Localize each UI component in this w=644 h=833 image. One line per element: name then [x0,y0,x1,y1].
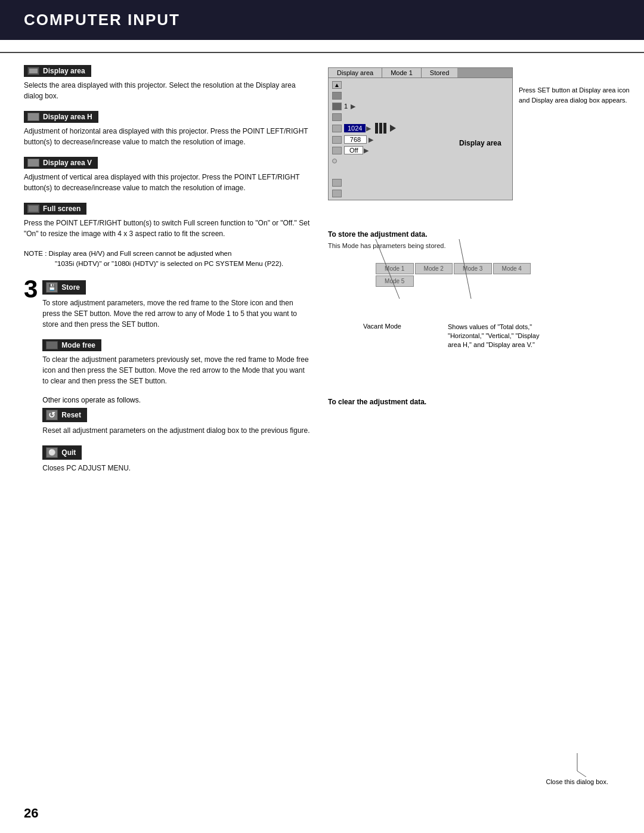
bar-indicator [375,123,386,134]
full-screen-label-box: Full screen [24,203,86,215]
bar1 [375,123,378,134]
note-text: Display area (H/V) and Full screen canno… [49,250,232,257]
callout-display-area: Press SET button at Display area icon an… [519,85,638,105]
bar2 [379,123,382,134]
dialog-icon4 [332,125,342,132]
display-area-label-box: Display area [24,65,91,77]
store-label: Store [61,283,80,292]
dialog-row-spacer [331,166,510,177]
close-dialog-label-container: Close this dialog box. [546,753,608,785]
callout-display-area-text: Press SET button at Display area icon an… [519,86,630,104]
display-area-v-label: Display area V [43,159,92,167]
display-area-h-label-box: Display area H [24,111,98,123]
quit-text: Closes PC ADJUST MENU. [42,463,310,473]
full-screen-section: Full screen Press the POINT LEFT/RIGHT b… [24,203,310,239]
large-arrow-right [390,125,396,132]
dialog-tab-display-area: Display area [329,68,382,78]
stored-values-label: Shows values of "Total dots," "Horizonta… [448,323,543,350]
store-subtitle: This Mode has parameters being stored. [328,241,566,251]
step-number: 3 [24,277,38,302]
quit-label-box: ⚪ Quit [42,445,82,460]
mode-free-label: Mode free [61,341,95,349]
up-icon: ▲ [332,81,342,89]
display-area-text: Selects the area displayed with this pro… [24,80,310,101]
dialog-tab-mode1: Mode 1 [382,68,422,78]
note-block: NOTE : Display area (H/V) and Full scree… [24,249,310,270]
svg-line-3 [577,771,586,777]
store-section: 💾 Store To store adjustment parameters, … [42,280,310,330]
full-screen-label: Full screen [43,205,80,213]
step3-container: 3 💾 Store To store adjustment parameters… [24,280,310,483]
display-area-v-label-box: Display area V [24,157,98,169]
store-icon: 💾 [46,282,58,293]
mode-grid-container: Mode 1 Mode 2 Mode 3 Mode 4 Mode 5 Vacan… [340,263,566,350]
dialog-title-bar: Display area Mode 1 Stored [329,68,512,78]
main-content: Display area Selects the area displayed … [0,65,644,485]
note-prefix: NOTE : [24,250,49,257]
display-area-bold-text: Display area [459,139,501,147]
dialog-row-number: 1 ▶ [331,101,510,112]
reset-text: Reset all adjustment parameters on the a… [42,425,310,436]
step3-row: 3 💾 Store To store adjustment parameters… [24,280,310,483]
mode-box-4: Mode 4 [493,263,531,274]
store-section-right: To store the adjustment data. This Mode … [328,230,566,350]
clear-title: To clear the adjustment data. [328,398,566,406]
dialog-icon1 [332,92,342,100]
display-area-v-section: Display area V Adjustment of vertical ar… [24,157,310,193]
right-arrow-1024: ▶ [366,125,371,132]
display-area-bold-label: Display area [459,139,501,147]
reset-label: Reset [61,411,81,419]
display-area-dialog: Display area Mode 1 Stored ▲ [328,67,513,200]
display-area-h-label: Display area H [43,113,92,121]
bar3 [383,123,386,134]
other-icons-text: Other icons operate as follows. [42,396,310,404]
left-column: Display area Selects the area displayed … [24,65,310,485]
display-area-h-section: Display area H Adjustment of horizontal … [24,111,310,147]
mode-box-5: Mode 5 [376,275,414,287]
display-area-label: Display area [43,67,85,75]
display-area-section: Display area Selects the area displayed … [24,65,310,101]
dialog-row-icon8 [331,177,510,188]
display-area-v-icon [27,159,39,167]
page-number: 26 [24,806,38,821]
right-arrow-768: ▶ [369,136,373,144]
dialog-icon7 [332,159,337,163]
vacant-mode-label: Vacant Mode [363,323,401,350]
mode-free-text: To clear the adjustment parameters previ… [42,354,310,386]
dialog-row-1024: 1024 ▶ [331,122,510,134]
value-off: Off [344,146,363,154]
dialog-row-icon1 [331,90,510,101]
close-dialog-label: Close this dialog box. [546,778,608,785]
display-area-h-icon [27,113,39,121]
right-column: Display area Mode 1 Stored ▲ [328,65,566,485]
display-area-v-text: Adjustment of vertical area displayed wi… [24,172,310,193]
dialog-icon9 [332,190,342,197]
store-text: To store adjustment parameters, move the… [42,298,310,330]
page-title: COMPUTER INPUT [24,11,620,29]
value-1024: 1024 [344,124,366,132]
quit-section: ⚪ Quit Closes PC ADJUST MENU. [42,445,310,473]
mode-box-3: Mode 3 [454,263,492,274]
full-screen-icon [27,205,39,213]
clear-section-right: To clear the adjustment data. [328,398,566,406]
display-area-h-text: Adjustment of horizontal area displayed … [24,126,310,147]
reset-label-box: ↺ Reset [42,408,87,422]
dialog-row-up: ▲ [331,79,510,90]
dialog-icon5 [332,136,342,144]
close-callout-svg [553,753,601,777]
store-title: To store the adjustment data. [328,230,566,239]
mode-box-2: Mode 2 [415,263,453,274]
note-indent: "1035i (HDTV)" or "1080i (HDTV)" is sele… [55,259,310,269]
step3-content: 💾 Store To store adjustment parameters, … [42,280,310,483]
number-value: 1 [344,103,348,110]
full-screen-text: Press the POINT LEFT/RIGHT button(s) to … [24,218,310,239]
display-area-icon [27,67,39,75]
header-divider [0,52,644,53]
mode-box-1: Mode 1 [376,263,414,274]
value-768: 768 [344,135,367,144]
mode-free-section: Mode free To clear the adjustment parame… [42,339,310,386]
dialog-row-icon7 [331,156,510,166]
dialog-row-icon9 [331,188,510,199]
right-arrow-icon: ▶ [351,103,355,110]
dialog-tab-stored: Stored [422,68,457,78]
